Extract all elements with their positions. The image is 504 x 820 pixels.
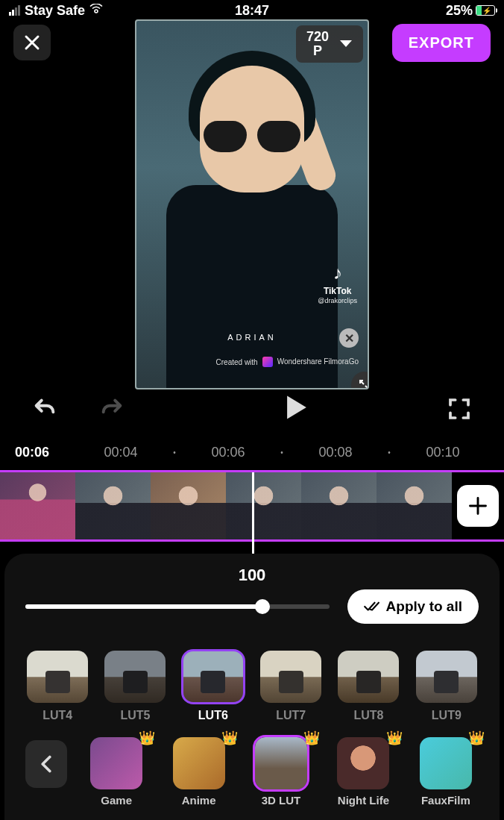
chevron-down-icon [339,40,353,48]
tiktok-user: @drakorclips [318,297,357,304]
lut-item-lut4[interactable]: LUT4 [25,651,89,722]
watermark-name: ADRIAN [227,333,277,342]
category-fauxfilm[interactable]: 👑 FauxFilm [413,737,479,807]
lut-list: LUT4 LUT5 LUT6 LUT7 LUT8 LUT9 [4,624,500,722]
category-game[interactable]: 👑 Game [84,737,149,807]
timeline-clip[interactable] [75,472,151,539]
video-preview[interactable]: 720 P ♪ TikTok @drakorclips ADRIAN ✕ Cre… [135,19,369,389]
undo-button[interactable] [30,394,60,424]
battery-icon: ⚡ [476,5,495,16]
apply-all-label: Apply to all [386,598,462,615]
back-button[interactable] [25,740,67,788]
ruler-dot: • [167,448,182,457]
timeline-clip[interactable] [301,472,377,539]
lut-item-lut6[interactable]: LUT6 [181,651,245,722]
lut-item-lut7[interactable]: LUT7 [259,651,323,722]
redo-button[interactable] [97,394,127,424]
premium-icon: 👑 [139,730,155,746]
lut-item-lut5[interactable]: LUT5 [103,651,167,722]
playhead[interactable] [252,472,254,556]
resolution-suffix: P [306,44,329,58]
category-label: Night Life [338,794,389,807]
lut-thumbnail [104,651,166,703]
category-thumbnail [90,737,142,789]
filter-panel: 100 Apply to all LUT4 LUT5 LUT6 L [4,554,500,820]
lut-item-lut9[interactable]: LUT9 [415,651,479,722]
time-ruler: 00:06 00:04 • 00:06 • 00:08 • 00:10 [0,445,504,460]
play-icon [285,394,309,421]
premium-icon: 👑 [303,730,320,746]
wifi-icon [89,4,103,17]
resize-handle[interactable] [351,372,369,389]
clock: 18:47 [235,3,269,19]
tiktok-label: TikTok [324,286,352,296]
lut-label: LUT5 [120,709,150,722]
intensity-value: 100 [239,566,266,585]
play-button[interactable] [285,394,309,424]
current-time: 00:06 [15,445,75,460]
lut-thumbnail [27,651,88,703]
timeline-clip[interactable] [0,472,75,539]
transport-controls [0,394,504,424]
fullscreen-button[interactable] [444,394,474,424]
lut-thumbnail [260,651,321,703]
ruler-dot: • [382,448,397,457]
carrier-label: Stay Safe [25,3,85,19]
signal-icon [9,5,20,16]
tiktok-badge: ♪ TikTok @drakorclips [318,263,357,304]
timeline-clip[interactable] [377,472,452,539]
category-3dlut[interactable]: 👑 3D LUT [248,737,314,807]
lut-label: LUT6 [198,709,228,722]
status-left: Stay Safe [9,3,103,19]
category-row: 👑 Game 👑 Anime 👑 3D LUT 👑 Night Life 👑 F… [4,722,500,807]
category-nightlife[interactable]: 👑 Night Life [330,737,396,807]
close-icon [23,34,41,51]
time-mark: 00:06 [182,445,274,460]
made-with-badge: Created with Wondershare FilmoraGo [216,357,359,367]
category-thumbnail [337,737,389,789]
intensity-control: 100 Apply to all [4,566,500,624]
category-label: FauxFilm [421,794,470,807]
resolution-selector[interactable]: 720 P [296,25,363,63]
lut-thumbnail [338,651,399,703]
double-check-icon [364,601,380,613]
timeline-clip[interactable] [151,472,226,539]
category-anime[interactable]: 👑 Anime [166,737,231,807]
lut-label: LUT7 [276,709,306,722]
add-clip-button[interactable] [457,485,499,527]
category-label: 3D LUT [262,794,301,807]
madewith-prefix: Created with [216,358,258,366]
battery-pct: 25% [446,3,473,19]
slider-thumb[interactable] [255,599,270,614]
lut-label: LUT8 [353,709,383,722]
category-thumbnail [173,737,225,789]
lut-label: LUT9 [432,709,462,722]
slider-fill [25,604,262,609]
timeline[interactable] [0,470,504,542]
tiktok-icon: ♪ [318,263,357,284]
filmora-logo-icon [262,357,273,367]
intensity-slider[interactable] [25,604,330,609]
apply-all-button[interactable]: Apply to all [347,589,479,624]
lut-item-lut8[interactable]: LUT8 [336,651,400,722]
close-button[interactable] [13,25,51,60]
premium-icon: 👑 [221,730,238,746]
remove-watermark-button[interactable]: ✕ [339,328,359,348]
premium-icon: 👑 [386,730,403,746]
export-button[interactable]: EXPORT [392,24,491,62]
time-mark: 00:08 [289,445,382,460]
timeline-clip[interactable] [226,472,301,539]
chevron-left-icon [40,755,52,773]
madewith-brand: Wondershare FilmoraGo [277,358,359,366]
category-label: Anime [182,794,216,807]
add-clip-cell [452,472,504,539]
time-mark: 00:10 [397,445,489,460]
category-thumbnail [255,737,307,789]
status-right: 25% ⚡ [446,3,495,19]
resolution-value: 720 [306,30,329,44]
resize-icon [358,378,369,389]
lut-thumbnail [416,651,477,703]
status-bar: Stay Safe 18:47 25% ⚡ [0,0,504,21]
category-thumbnail [420,737,472,789]
redo-icon [99,396,125,422]
